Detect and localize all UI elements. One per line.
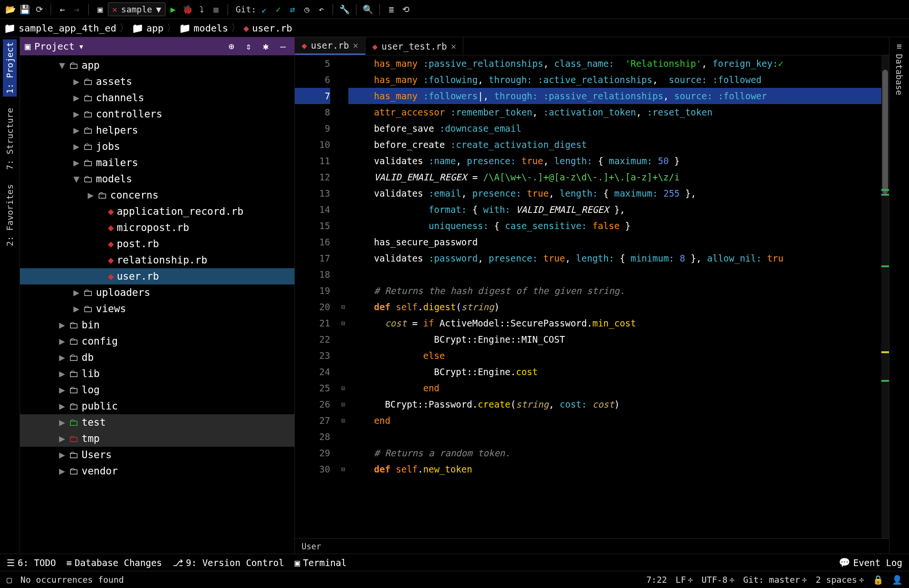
close-icon[interactable]: × xyxy=(353,40,358,51)
collapse-icon[interactable]: ⇕ xyxy=(242,40,255,53)
code-line[interactable]: end xyxy=(348,412,889,429)
code-line[interactable]: before_save :downcase_email xyxy=(348,120,889,136)
code-area[interactable]: has_many :passive_relationships, class_n… xyxy=(348,55,889,538)
fold-marker[interactable] xyxy=(338,153,348,169)
code-line[interactable]: has_secure_password xyxy=(348,234,889,250)
tree-file[interactable]: ◆user.rb xyxy=(20,268,294,284)
tree-folder[interactable]: ▶🗀assets xyxy=(20,74,294,90)
expand-icon[interactable]: ▶ xyxy=(73,76,80,87)
expand-icon[interactable]: ▶ xyxy=(73,157,80,168)
editor-scrollbar[interactable] xyxy=(881,55,889,538)
close-icon[interactable]: × xyxy=(451,41,456,52)
minimize-icon[interactable]: — xyxy=(276,40,290,53)
lock-icon[interactable]: 🔒 xyxy=(873,575,883,585)
code-line[interactable]: before_create :create_activation_digest xyxy=(348,136,889,153)
fold-marker[interactable] xyxy=(338,136,348,153)
expand-icon[interactable]: ▶ xyxy=(73,287,80,298)
code-line[interactable]: end xyxy=(348,380,889,396)
run-icon[interactable]: ▶ xyxy=(167,3,180,16)
fold-marker[interactable] xyxy=(338,266,348,283)
editor-breadcrumb[interactable]: User xyxy=(295,538,889,554)
save-icon[interactable]: 💾 xyxy=(18,3,31,16)
tree-folder[interactable]: ▶🗀bin xyxy=(20,317,294,333)
fold-gutter[interactable]: ⊟⊟⊡⊡⊡⊟ xyxy=(338,55,348,538)
fold-marker[interactable] xyxy=(338,331,348,347)
code-line[interactable]: def self.digest(string) xyxy=(348,299,889,315)
code-line[interactable]: format: { with: VALID_EMAIL_REGEX }, xyxy=(348,201,889,218)
tree-folder[interactable]: ▶🗀tmp xyxy=(20,430,294,447)
tree-folder[interactable]: ▶🗀jobs xyxy=(20,138,294,155)
tree-folder[interactable]: ▶🗀public xyxy=(20,398,294,414)
revert-icon[interactable]: ↶ xyxy=(314,3,328,16)
tree-folder[interactable]: ▶🗀helpers xyxy=(20,122,294,138)
search-icon[interactable]: 🔍 xyxy=(361,3,375,16)
fold-marker[interactable] xyxy=(338,429,348,445)
expand-icon[interactable]: ▶ xyxy=(58,336,66,347)
tree-folder[interactable]: ▶🗀concerns xyxy=(20,187,294,203)
fold-marker[interactable] xyxy=(338,88,348,104)
code-line[interactable]: validates :name, presence: true, length:… xyxy=(348,153,889,169)
code-line[interactable]: cost = if ActiveModel::SecurePassword.mi… xyxy=(348,315,889,331)
tree-folder[interactable]: ▶🗀vendor xyxy=(20,463,294,479)
expand-icon[interactable]: ▼ xyxy=(73,173,80,185)
tree-folder[interactable]: ▶🗀views xyxy=(20,301,294,317)
tool-window-button[interactable]: ▣Terminal xyxy=(294,557,346,568)
target-icon[interactable]: ⊕ xyxy=(225,40,238,53)
database-tab[interactable]: Database xyxy=(892,51,906,98)
expand-icon[interactable]: ▶ xyxy=(58,449,66,461)
code-line[interactable]: BCrypt::Engine::MIN_COST xyxy=(348,331,889,347)
build-icon[interactable]: ▣ xyxy=(94,3,107,16)
fold-marker[interactable] xyxy=(338,364,348,380)
fold-marker[interactable] xyxy=(338,218,348,234)
tree-folder[interactable]: ▼🗀models xyxy=(20,171,294,187)
fold-marker[interactable] xyxy=(338,234,348,250)
tree-folder[interactable]: ▶🗀controllers xyxy=(20,106,294,122)
line-separator[interactable]: LF ÷ xyxy=(676,575,693,585)
expand-icon[interactable]: ▶ xyxy=(58,433,66,444)
expand-icon[interactable]: ▶ xyxy=(58,368,66,379)
code-line[interactable]: validates :password, presence: true, len… xyxy=(348,250,889,266)
tree-file[interactable]: ◆post.rb xyxy=(20,236,294,252)
event-log-button[interactable]: 💬Event Log xyxy=(839,557,902,568)
forward-icon[interactable]: → xyxy=(70,3,84,16)
tree-folder[interactable]: ▶🗀channels xyxy=(20,90,294,106)
fold-marker[interactable] xyxy=(338,283,348,299)
code-line[interactable]: has_many :passive_relationships, class_n… xyxy=(348,55,889,72)
breadcrumb-item[interactable]: 📁app xyxy=(132,22,164,34)
db-sync-icon[interactable]: ⟲ xyxy=(399,3,412,16)
fold-marker[interactable] xyxy=(338,72,348,88)
fold-marker[interactable]: ⊡ xyxy=(338,380,348,396)
code-line[interactable]: VALID_EMAIL_REGEX = /\A[\w+\-.]+@[a-z\d\… xyxy=(348,169,889,185)
tree-folder[interactable]: ▼🗀app xyxy=(20,57,294,74)
code-line[interactable]: has_many :followers|, through: :passive_… xyxy=(348,88,889,104)
code-line[interactable]: BCrypt::Password.create(string, cost: co… xyxy=(348,396,889,412)
editor-tab[interactable]: ◆user_test.rb× xyxy=(366,37,463,55)
code-line[interactable]: # Returns the hash digest of the given s… xyxy=(348,283,889,299)
expand-icon[interactable]: ▶ xyxy=(73,108,80,120)
fold-marker[interactable]: ⊡ xyxy=(338,412,348,429)
refresh-icon[interactable]: ⟳ xyxy=(32,3,46,16)
stop-icon[interactable]: ■ xyxy=(209,3,223,16)
code-line[interactable]: else xyxy=(348,347,889,364)
cursor-position[interactable]: 7:22 xyxy=(646,575,667,585)
history-icon[interactable]: ◷ xyxy=(300,3,313,16)
code-line[interactable]: # Returns a random token. xyxy=(348,445,889,461)
code-line[interactable]: BCrypt::Engine.cost xyxy=(348,364,889,380)
git-pull-icon[interactable]: ↙ xyxy=(257,3,271,16)
expand-icon[interactable]: ▶ xyxy=(73,92,80,104)
encoding[interactable]: UTF-8 ÷ xyxy=(701,575,734,585)
breadcrumb-item[interactable]: ◆user.rb xyxy=(243,22,292,34)
expand-icon[interactable]: ▶ xyxy=(58,465,66,477)
database-icon[interactable]: ≡ xyxy=(897,41,902,51)
debug-icon[interactable]: 🐞 xyxy=(181,3,194,16)
fold-marker[interactable] xyxy=(338,250,348,266)
coverage-icon[interactable]: ⤵ xyxy=(195,3,209,16)
fold-marker[interactable]: ⊡ xyxy=(338,396,348,412)
chevron-down-icon[interactable]: ▾ xyxy=(78,41,84,52)
back-icon[interactable]: ← xyxy=(56,3,69,16)
db-icon[interactable]: ≣ xyxy=(385,3,398,16)
tree-folder[interactable]: ▶🗀log xyxy=(20,382,294,398)
breadcrumb-item[interactable]: 📁sample_app_4th_ed xyxy=(4,22,116,34)
code-line[interactable]: has_many :following, through: :active_re… xyxy=(348,72,889,88)
tool-window-button[interactable]: ☰6: TODO xyxy=(7,557,56,568)
